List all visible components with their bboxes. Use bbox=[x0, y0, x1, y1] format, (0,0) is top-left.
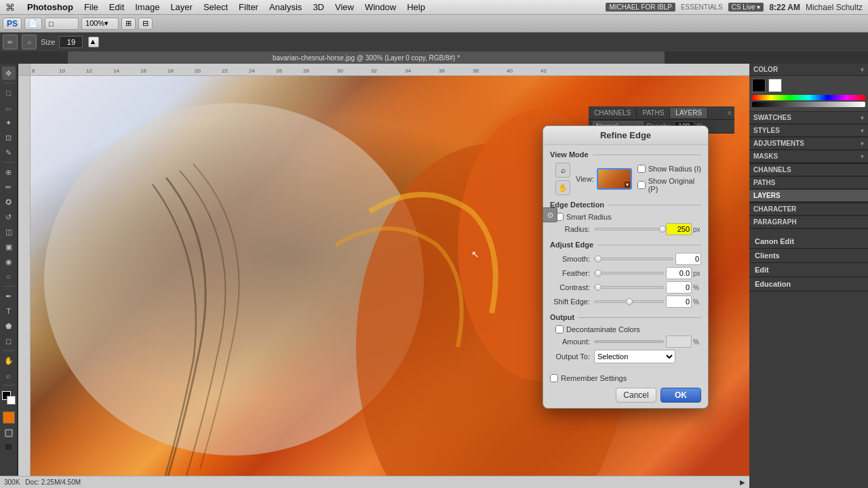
styles-panel-header[interactable]: STYLES ▾ bbox=[749, 125, 868, 137]
menu-analysis[interactable]: Analysis bbox=[264, 0, 307, 15]
radius-thumb[interactable] bbox=[659, 226, 666, 232]
history-brush-tool[interactable]: ↺ bbox=[2, 210, 16, 224]
paths-small-header[interactable]: PATHS bbox=[749, 177, 868, 189]
blur-tool[interactable]: ◉ bbox=[2, 255, 16, 268]
color-indicator[interactable] bbox=[3, 411, 15, 424]
size-input[interactable]: 19 bbox=[59, 36, 83, 48]
zoom-btn[interactable]: 100%▾ bbox=[81, 18, 119, 30]
color-spectrum-bar[interactable] bbox=[752, 95, 865, 100]
essentials-button[interactable]: ESSENTIALS bbox=[681, 3, 723, 11]
menu-window[interactable]: Window bbox=[359, 0, 401, 15]
feather-thumb[interactable] bbox=[595, 270, 601, 277]
masks-panel-header[interactable]: MASKS ▾ bbox=[749, 150, 868, 163]
ok-button[interactable]: OK bbox=[660, 388, 701, 403]
document-tab[interactable]: bavarian-chesnut-horse.jpg @ 300% (Layer… bbox=[68, 52, 665, 64]
foreground-background-colors[interactable] bbox=[2, 391, 16, 405]
menu-image[interactable]: Image bbox=[130, 0, 165, 15]
hand-tool[interactable]: ✋ bbox=[2, 354, 16, 367]
edit-btn[interactable]: Edit bbox=[749, 263, 868, 277]
dodge-tool[interactable]: ○ bbox=[2, 270, 16, 283]
screen-mode-toggle[interactable]: ⊟ bbox=[3, 441, 14, 452]
panel-menu-btn[interactable]: ≡ bbox=[728, 109, 734, 117]
profile-button[interactable]: MICHAEL FOR IBLP bbox=[606, 3, 675, 12]
zoom-tool[interactable]: ⌕ bbox=[2, 369, 16, 382]
quick-selection-tool[interactable]: ✦ bbox=[2, 116, 16, 129]
menu-select[interactable]: Select bbox=[198, 0, 233, 15]
view-mode-btn[interactable]: □ bbox=[45, 18, 79, 30]
tool-preset-picker[interactable]: ✏ bbox=[3, 35, 18, 49]
arrange-btn[interactable]: ⊞ bbox=[121, 18, 136, 30]
edge-detection-tool-btn[interactable]: ⊙ bbox=[542, 207, 557, 222]
screen-mode-btn[interactable]: ⊟ bbox=[138, 18, 153, 30]
brush-tool[interactable]: ✏ bbox=[2, 180, 16, 194]
feather-input[interactable] bbox=[666, 267, 692, 279]
marquee-tool[interactable]: □ bbox=[2, 86, 16, 100]
swatches-collapse[interactable]: ▾ bbox=[861, 115, 864, 121]
smooth-slider[interactable] bbox=[594, 255, 673, 263]
cs-live-button[interactable]: CS Live ▾ bbox=[728, 3, 764, 12]
clone-stamp-tool[interactable]: ✪ bbox=[2, 195, 16, 209]
layers-small-header[interactable]: LAYERS bbox=[749, 190, 868, 202]
smooth-thumb[interactable] bbox=[595, 256, 601, 262]
menu-edit[interactable]: Edit bbox=[104, 0, 130, 15]
output-to-select[interactable]: Selection bbox=[594, 350, 675, 363]
healing-tool[interactable]: ⊕ bbox=[2, 165, 16, 179]
menu-file[interactable]: File bbox=[79, 0, 104, 15]
shift-edge-slider[interactable] bbox=[594, 298, 664, 306]
character-panel-header[interactable]: CHARACTER bbox=[749, 203, 868, 216]
lasso-tool[interactable]: ⌓ bbox=[2, 101, 16, 115]
size-stepper-up[interactable]: ▲ bbox=[88, 37, 99, 47]
color-panel-collapse[interactable]: ▾ bbox=[861, 66, 864, 73]
color-panel-header[interactable]: COLOR ▾ bbox=[749, 64, 868, 76]
contrast-thumb[interactable] bbox=[595, 284, 601, 291]
masks-collapse[interactable]: ▾ bbox=[861, 153, 864, 160]
hand-tool-btn[interactable]: ✋ bbox=[555, 180, 570, 195]
paragraph-panel-header[interactable]: PARAGRAPH bbox=[749, 216, 868, 228]
menu-3d[interactable]: 3D bbox=[307, 0, 330, 15]
show-radius-checkbox[interactable] bbox=[637, 165, 646, 173]
tab-paths[interactable]: PATHS bbox=[637, 108, 670, 118]
new-document-btn[interactable]: 📄 bbox=[24, 18, 42, 30]
menu-photoshop[interactable]: Photoshop bbox=[22, 0, 79, 15]
crop-tool[interactable]: ⊡ bbox=[2, 131, 16, 144]
view-thumbnail-btn[interactable]: ▾ bbox=[597, 168, 632, 190]
contrast-slider[interactable] bbox=[594, 283, 664, 291]
canon-edit-btn[interactable]: Canon Edit bbox=[749, 235, 868, 249]
grayscale-bar[interactable] bbox=[752, 102, 865, 107]
type-tool[interactable]: T bbox=[2, 304, 16, 318]
path-selection-tool[interactable]: ⬟ bbox=[2, 319, 16, 333]
menu-view[interactable]: View bbox=[330, 0, 359, 15]
smooth-input[interactable] bbox=[675, 253, 701, 265]
shift-edge-input[interactable] bbox=[666, 296, 692, 308]
zoom-tool-btn[interactable]: ⌕ bbox=[555, 163, 570, 178]
menu-help[interactable]: Help bbox=[401, 0, 431, 15]
feather-slider[interactable] bbox=[594, 269, 664, 277]
eyedropper-tool[interactable]: ✎ bbox=[2, 146, 16, 159]
brush-preset-picker[interactable]: ○ bbox=[22, 35, 37, 49]
remember-settings-checkbox[interactable] bbox=[550, 374, 558, 382]
bg-swatch[interactable] bbox=[768, 79, 782, 92]
eraser-tool[interactable]: ◫ bbox=[2, 225, 16, 239]
shape-tool[interactable]: ◻ bbox=[2, 334, 16, 348]
scroll-right-btn[interactable]: ▶ bbox=[740, 479, 745, 486]
pen-tool[interactable]: ✒ bbox=[2, 289, 16, 303]
radius-slider[interactable] bbox=[594, 225, 664, 233]
contrast-input[interactable] bbox=[666, 281, 692, 293]
show-original-checkbox[interactable] bbox=[637, 181, 646, 189]
menu-layer[interactable]: Layer bbox=[165, 0, 198, 15]
cancel-button[interactable]: Cancel bbox=[616, 388, 656, 403]
clients-btn[interactable]: Clients bbox=[749, 249, 868, 263]
adjustments-panel-header[interactable]: ADJUSTMENTS ▾ bbox=[749, 138, 868, 150]
quick-mask-mode[interactable] bbox=[3, 428, 14, 439]
swatches-panel-header[interactable]: SWATCHES ▾ bbox=[749, 112, 868, 124]
education-btn[interactable]: Education bbox=[749, 277, 868, 291]
styles-collapse[interactable]: ▾ bbox=[861, 127, 864, 134]
adjustments-collapse[interactable]: ▾ bbox=[861, 140, 864, 147]
menu-filter[interactable]: Filter bbox=[233, 0, 264, 15]
decontaminate-checkbox[interactable] bbox=[555, 325, 564, 333]
tab-layers[interactable]: LAYERS bbox=[670, 108, 708, 118]
shift-edge-thumb[interactable] bbox=[626, 298, 633, 305]
apple-menu[interactable]: ⌘ bbox=[5, 2, 15, 13]
channels-small-header[interactable]: CHANNELS bbox=[749, 164, 868, 176]
ps-icon[interactable]: PS bbox=[3, 18, 22, 30]
